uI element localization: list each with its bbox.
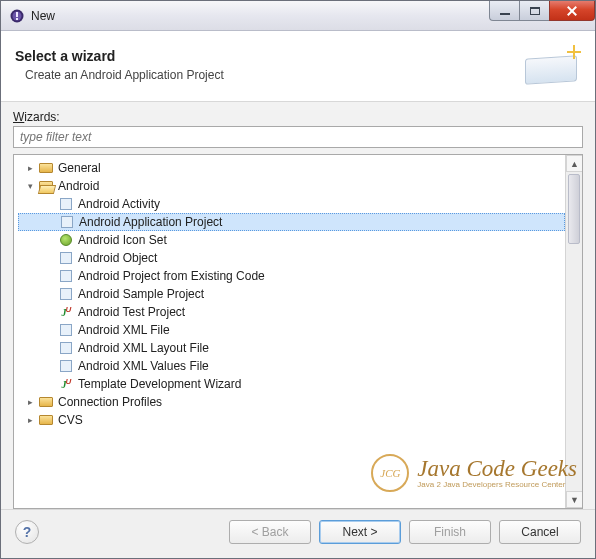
folder-open-icon xyxy=(38,179,54,193)
svg-rect-3 xyxy=(16,18,18,20)
wizard-item-icon xyxy=(58,359,74,373)
tree-folder[interactable]: ▸General xyxy=(18,159,565,177)
wizard-item-icon xyxy=(58,269,74,283)
tree-item[interactable]: JUAndroid Test Project xyxy=(18,303,565,321)
wizard-item-icon xyxy=(58,251,74,265)
close-button[interactable] xyxy=(549,1,595,21)
tree-item-label: Template Development Wizard xyxy=(78,377,241,391)
header-title: Select a wizard xyxy=(15,48,224,64)
dialog-body: Wizards: ▸General▾AndroidAndroid Activit… xyxy=(1,102,595,509)
dialog-window: New Select a wizard Create an Android Ap… xyxy=(0,0,596,559)
next-button[interactable]: Next > xyxy=(319,520,401,544)
finish-button[interactable]: Finish xyxy=(409,520,491,544)
header-subtitle: Create an Android Application Project xyxy=(15,68,224,82)
app-icon xyxy=(9,8,25,24)
maximize-icon xyxy=(530,7,540,15)
tree-item[interactable]: Android XML Layout File xyxy=(18,339,565,357)
vertical-scrollbar[interactable]: ▲ ▼ xyxy=(565,155,582,508)
wizards-label: Wizards: xyxy=(13,110,583,124)
wizard-item-icon xyxy=(58,323,74,337)
window-title: New xyxy=(31,9,55,23)
tree-item-label: Connection Profiles xyxy=(58,395,162,409)
tree-item-label: Android Icon Set xyxy=(78,233,167,247)
help-icon: ? xyxy=(23,524,32,540)
tree-item[interactable]: Android XML Values File xyxy=(18,357,565,375)
junit-icon: JU xyxy=(58,377,74,391)
wizard-item-icon xyxy=(58,197,74,211)
button-row: < Back Next > Finish Cancel xyxy=(229,520,581,544)
tree-item[interactable]: Android Activity xyxy=(18,195,565,213)
chevron-right-icon[interactable]: ▸ xyxy=(24,396,36,408)
tree-item-label: Android Application Project xyxy=(79,215,222,229)
android-icon xyxy=(58,233,74,247)
tree-item-label: Android Project from Existing Code xyxy=(78,269,265,283)
tree-folder[interactable]: ▾Android xyxy=(18,177,565,195)
folder-icon xyxy=(38,161,54,175)
junit-icon: JU xyxy=(58,305,74,319)
tree-item[interactable]: Android Sample Project xyxy=(18,285,565,303)
tree-item-label: Android XML Values File xyxy=(78,359,209,373)
minimize-icon xyxy=(500,13,510,15)
wizard-tree-container: ▸General▾AndroidAndroid ActivityAndroid … xyxy=(13,154,583,509)
scroll-down-icon[interactable]: ▼ xyxy=(566,491,582,508)
back-button[interactable]: < Back xyxy=(229,520,311,544)
tree-item[interactable]: JUTemplate Development Wizard xyxy=(18,375,565,393)
chevron-right-icon[interactable]: ▸ xyxy=(24,414,36,426)
help-button[interactable]: ? xyxy=(15,520,39,544)
tree-item[interactable]: Android Project from Existing Code xyxy=(18,267,565,285)
scroll-thumb[interactable] xyxy=(568,174,580,244)
wizard-item-icon xyxy=(58,341,74,355)
close-icon xyxy=(566,6,578,16)
tree-item-label: Android XML Layout File xyxy=(78,341,209,355)
window-controls xyxy=(489,1,595,21)
folder-icon xyxy=(38,395,54,409)
wizard-banner-icon xyxy=(521,43,581,87)
dialog-header: Select a wizard Create an Android Applic… xyxy=(1,31,595,102)
tree-item-label: Android Object xyxy=(78,251,157,265)
tree-item[interactable]: Android Object xyxy=(18,249,565,267)
tree-item[interactable]: Android Application Project xyxy=(18,213,565,231)
folder-icon xyxy=(38,413,54,427)
dialog-footer: ? < Back Next > Finish Cancel xyxy=(1,509,595,558)
tree-folder[interactable]: ▸CVS xyxy=(18,411,565,429)
tree-item-label: Android Activity xyxy=(78,197,160,211)
tree-item-label: CVS xyxy=(58,413,83,427)
chevron-down-icon[interactable]: ▾ xyxy=(24,180,36,192)
maximize-button[interactable] xyxy=(519,1,549,21)
tree-item-label: Android XML File xyxy=(78,323,170,337)
tree-item-label: General xyxy=(58,161,101,175)
wizard-tree[interactable]: ▸General▾AndroidAndroid ActivityAndroid … xyxy=(14,155,565,508)
filter-input[interactable] xyxy=(13,126,583,148)
chevron-right-icon[interactable]: ▸ xyxy=(24,162,36,174)
scroll-up-icon[interactable]: ▲ xyxy=(566,155,582,172)
minimize-button[interactable] xyxy=(489,1,519,21)
cancel-button[interactable]: Cancel xyxy=(499,520,581,544)
tree-item-label: Android xyxy=(58,179,99,193)
scroll-track[interactable] xyxy=(566,172,582,491)
wizard-item-icon xyxy=(58,287,74,301)
tree-item-label: Android Test Project xyxy=(78,305,185,319)
wizard-item-icon xyxy=(59,215,75,229)
title-bar[interactable]: New xyxy=(1,1,595,31)
tree-item[interactable]: Android Icon Set xyxy=(18,231,565,249)
tree-folder[interactable]: ▸Connection Profiles xyxy=(18,393,565,411)
tree-item-label: Android Sample Project xyxy=(78,287,204,301)
tree-item[interactable]: Android XML File xyxy=(18,321,565,339)
svg-rect-2 xyxy=(16,12,18,17)
